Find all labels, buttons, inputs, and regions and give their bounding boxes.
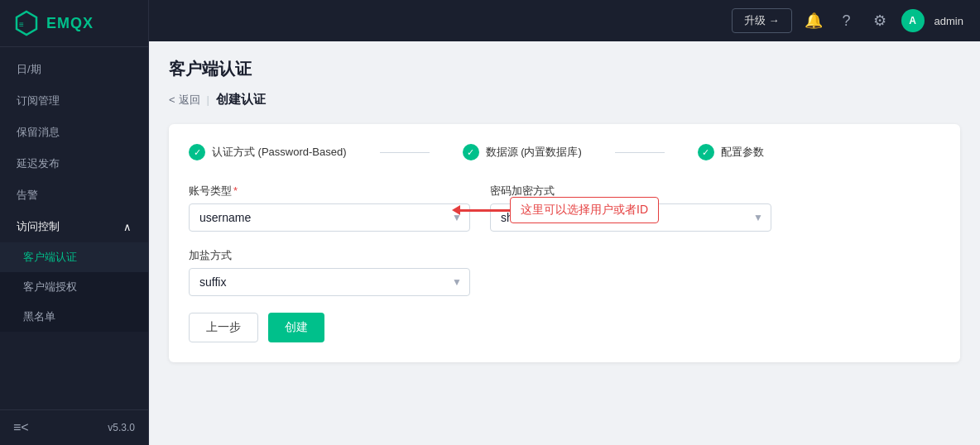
breadcrumb-back-btn[interactable]: < 返回 bbox=[169, 93, 200, 108]
form-row-2: 加盐方式 suffix prefix disable ▼ bbox=[189, 248, 940, 296]
account-type-select[interactable]: username clientid bbox=[189, 203, 470, 232]
step-3: ✓ 配置参数 bbox=[698, 144, 764, 160]
access-control-label: 访问控制 bbox=[17, 219, 60, 234]
svg-text:≡: ≡ bbox=[19, 20, 24, 29]
password-hash-wrapper: sha256 md5 sha512 ▼ bbox=[490, 203, 771, 232]
sidebar-item-subscription[interactable]: 订阅管理 bbox=[0, 85, 148, 117]
sidebar-nav: 日/期 订阅管理 保留消息 延迟发布 告警 访问控制 ∧ 客户端认证 客户端授权… bbox=[0, 47, 148, 409]
salt-wrapper: suffix prefix disable ▼ bbox=[189, 268, 470, 296]
avatar: A bbox=[901, 9, 925, 32]
logo-text: EMQX bbox=[46, 15, 94, 32]
sidebar: ≡ EMQX 日/期 订阅管理 保留消息 延迟发布 告警 访问控制 ∧ 客户端认… bbox=[0, 0, 149, 445]
password-hash-group: 密码加密方式 sha256 md5 sha512 ▼ bbox=[490, 184, 771, 232]
sidebar-footer: ≡< v5.3.0 bbox=[0, 409, 148, 445]
account-type-label: 账号类型* bbox=[189, 184, 470, 199]
admin-label: admin bbox=[934, 15, 963, 27]
logo-area: ≡ EMQX bbox=[0, 0, 148, 47]
page-title: 客户端认证 bbox=[169, 58, 960, 80]
form-card: ✓ 认证方式 (Password-Based) ✓ 数据源 (内置数据库) ✓ … bbox=[169, 124, 960, 362]
help-icon[interactable]: ? bbox=[835, 12, 858, 30]
breadcrumb-current: 创建认证 bbox=[216, 92, 266, 108]
form-row-1: 账号类型* username clientid ▼ bbox=[189, 184, 940, 232]
account-type-wrapper: username clientid ▼ 这里可以选择用户或者ID bbox=[189, 203, 470, 232]
version-label: v5.3.0 bbox=[108, 422, 135, 433]
step2-label: 数据源 (内置数据库) bbox=[486, 145, 582, 160]
password-hash-label: 密码加密方式 bbox=[490, 184, 771, 199]
sidebar-item-alarm[interactable]: 告警 bbox=[0, 179, 148, 211]
step-1: ✓ 认证方式 (Password-Based) bbox=[189, 144, 347, 160]
step2-icon: ✓ bbox=[463, 144, 479, 160]
sidebar-item-delayed[interactable]: 延迟发布 bbox=[0, 148, 148, 179]
main-area: 升级 → 🔔 ? ⚙ A admin 客户端认证 < 返回 | 创建认证 ✓ 认… bbox=[149, 0, 980, 445]
content-area: 客户端认证 < 返回 | 创建认证 ✓ 认证方式 (Password-Based… bbox=[149, 41, 980, 445]
notification-icon[interactable]: 🔔 bbox=[802, 12, 825, 30]
sidebar-item-blacklist[interactable]: 黑名单 bbox=[0, 302, 148, 332]
sidebar-item-client-auth[interactable]: 客户端认证 bbox=[0, 242, 148, 272]
salt-select[interactable]: suffix prefix disable bbox=[189, 268, 470, 296]
breadcrumb: < 返回 | 创建认证 bbox=[169, 92, 960, 108]
emqx-logo-icon: ≡ bbox=[13, 10, 40, 36]
sidebar-item-date[interactable]: 日/期 bbox=[0, 54, 148, 85]
step-sep-1 bbox=[380, 152, 430, 153]
step-2: ✓ 数据源 (内置数据库) bbox=[463, 144, 582, 160]
password-hash-select[interactable]: sha256 md5 sha512 bbox=[490, 203, 771, 232]
sidebar-item-retained[interactable]: 保留消息 bbox=[0, 117, 148, 148]
salt-label: 加盐方式 bbox=[189, 248, 470, 263]
step3-label: 配置参数 bbox=[721, 145, 764, 160]
upgrade-button[interactable]: 升级 → bbox=[732, 8, 792, 33]
step1-icon: ✓ bbox=[189, 144, 205, 160]
account-type-group: 账号类型* username clientid ▼ bbox=[189, 184, 470, 232]
settings-icon[interactable]: ⚙ bbox=[868, 12, 891, 30]
chevron-up-icon: ∧ bbox=[123, 221, 132, 233]
back-button[interactable]: 上一步 bbox=[189, 313, 258, 342]
step-sep-2 bbox=[615, 152, 665, 153]
step1-label: 认证方式 (Password-Based) bbox=[212, 145, 347, 160]
salt-group: 加盐方式 suffix prefix disable ▼ bbox=[189, 248, 470, 296]
back-arrow-icon: < bbox=[169, 93, 175, 106]
sidebar-section-access-control[interactable]: 访问控制 ∧ bbox=[0, 211, 148, 242]
step3-icon: ✓ bbox=[698, 144, 714, 160]
steps-bar: ✓ 认证方式 (Password-Based) ✓ 数据源 (内置数据库) ✓ … bbox=[189, 144, 940, 160]
form-actions: 上一步 创建 bbox=[189, 313, 940, 342]
sidebar-sub-access: 客户端认证 客户端授权 黑名单 bbox=[0, 242, 148, 332]
breadcrumb-divider: | bbox=[207, 93, 209, 106]
required-mark: * bbox=[233, 184, 238, 197]
header: 升级 → 🔔 ? ⚙ A admin bbox=[149, 0, 980, 41]
collapse-icon[interactable]: ≡< bbox=[13, 420, 29, 435]
create-button[interactable]: 创建 bbox=[268, 313, 324, 342]
sidebar-item-client-authz[interactable]: 客户端授权 bbox=[0, 272, 148, 302]
